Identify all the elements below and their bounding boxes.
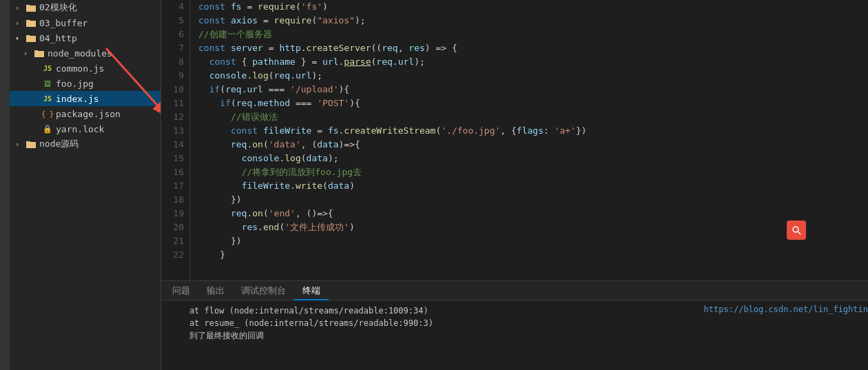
code-content: const fs = require('fs') const axios = r… xyxy=(190,0,861,280)
code-line-18: }) xyxy=(198,193,861,207)
sidebar-label-package-json: package.json xyxy=(56,109,121,119)
svg-line-3 xyxy=(798,232,800,234)
line-num-10: 10 xyxy=(161,83,184,96)
line-num-14: 14 xyxy=(161,138,184,152)
jpg-icon-foo: 🖼 xyxy=(41,79,54,88)
sidebar-label-04-http: 04_http xyxy=(39,33,77,43)
sidebar-label-03-buffer: 03_buffer xyxy=(39,18,87,28)
sidebar-label-02-modular: 02模块化 xyxy=(39,1,77,14)
code-line-7: const server = http.createServer((req, r… xyxy=(198,41,861,55)
json-icon-package: { } xyxy=(41,109,54,119)
panel-content: at flow (node:internal/streams/readable:… xyxy=(161,300,868,370)
sidebar: 02模块化 03_buffer 04_http node_modules JS … xyxy=(10,0,161,370)
js-icon-index: JS xyxy=(41,94,54,103)
sidebar-item-node-modules[interactable]: node_modules xyxy=(10,45,161,61)
panel-tabs: 问题 输出 调试控制台 终端 xyxy=(161,281,868,300)
line-num-20: 20 xyxy=(161,220,184,234)
bottom-panel: 问题 输出 调试控制台 终端 at flow (node:internal/st… xyxy=(161,280,868,370)
line-numbers: 4 5 6 7 8 9 10 11 12 13 14 15 16 17 18 1… xyxy=(161,0,190,280)
line-num-13: 13 xyxy=(161,124,184,138)
code-line-19: req.on('end', ()=>{ xyxy=(198,207,861,220)
folder-arrow-04 xyxy=(15,34,25,42)
sidebar-label-common-js: common.js xyxy=(56,63,104,74)
code-line-13: const fileWrite = fs.createWriteStream('… xyxy=(198,124,861,138)
tab-debug-console[interactable]: 调试控制台 xyxy=(233,281,294,300)
line-num-17: 17 xyxy=(161,179,184,193)
folder-arrow-node-source xyxy=(15,141,25,148)
code-line-14: req.on('data', (data)=>{ xyxy=(198,138,861,152)
line-num-11: 11 xyxy=(161,96,184,110)
terminal-line-3: 到了最终接收的回调 xyxy=(169,329,860,342)
code-line-12: //错误做法 xyxy=(198,110,861,124)
js-icon-common: JS xyxy=(41,63,54,73)
code-line-20: res.end('文件上传成功') xyxy=(198,220,861,234)
line-num-21: 21 xyxy=(161,234,184,248)
sidebar-label-yarn-lock: yarn.lock xyxy=(56,124,104,134)
code-line-5: const axios = require("axios"); xyxy=(198,14,861,28)
sidebar-item-node-source[interactable]: node源码 xyxy=(10,136,161,152)
activity-bar xyxy=(0,0,10,370)
code-line-4: const fs = require('fs') xyxy=(198,0,861,14)
svg-point-2 xyxy=(793,227,798,232)
sidebar-item-04-http[interactable]: 04_http xyxy=(10,30,161,45)
editor-area: 4 5 6 7 8 9 10 11 12 13 14 15 16 17 18 1… xyxy=(161,0,868,370)
sidebar-item-foo-jpg[interactable]: 🖼 foo.jpg xyxy=(10,76,161,91)
lock-icon-yarn: 🔒 xyxy=(41,124,54,134)
folder-icon-node-modules xyxy=(33,48,45,58)
sidebar-item-common-js[interactable]: JS common.js xyxy=(10,61,161,76)
line-num-18: 18 xyxy=(161,193,184,207)
code-line-22: } xyxy=(198,248,861,262)
code-line-9: console.log(req.url); xyxy=(198,69,861,83)
line-num-8: 8 xyxy=(161,55,184,69)
folder-arrow-02 xyxy=(15,4,25,12)
search-badge[interactable] xyxy=(787,220,806,240)
line-num-6: 6 xyxy=(161,28,184,41)
line-num-19: 19 xyxy=(161,207,184,220)
sidebar-item-03-buffer[interactable]: 03_buffer xyxy=(10,15,161,30)
code-line-8: const { pathname } = url.parse(req.url); xyxy=(198,55,861,69)
line-num-15: 15 xyxy=(161,152,184,165)
sidebar-label-foo-jpg: foo.jpg xyxy=(56,79,94,89)
folder-icon-03 xyxy=(25,18,37,28)
code-line-10: if(req.url === '/upload'){ xyxy=(198,83,861,96)
line-num-22: 22 xyxy=(161,248,184,262)
terminal-line-2: at resume_ (node:internal/streams/readab… xyxy=(169,317,860,329)
line-num-5: 5 xyxy=(161,14,184,28)
code-line-15: console.log(data); xyxy=(198,152,861,165)
code-editor: 4 5 6 7 8 9 10 11 12 13 14 15 16 17 18 1… xyxy=(161,0,868,280)
folder-icon-node-source xyxy=(25,139,37,149)
sidebar-label-node-source: node源码 xyxy=(39,138,79,150)
code-line-21: }) xyxy=(198,234,861,248)
code-line-17: fileWrite.write(data) xyxy=(198,179,861,193)
url-text: https://blog.csdn.net/lin_fightin xyxy=(704,305,868,314)
folder-arrow-node-modules xyxy=(23,50,33,57)
line-num-4: 4 xyxy=(161,0,184,14)
sidebar-item-package-json[interactable]: { } package.json xyxy=(10,106,161,121)
sidebar-item-index-js[interactable]: JS index.js xyxy=(10,91,161,106)
sidebar-label-index-js: index.js xyxy=(56,94,99,104)
line-num-12: 12 xyxy=(161,110,184,124)
line-num-7: 7 xyxy=(161,41,184,55)
sidebar-item-yarn-lock[interactable]: 🔒 yarn.lock xyxy=(10,121,161,136)
tab-output[interactable]: 输出 xyxy=(198,281,233,300)
folder-icon-02 xyxy=(25,3,37,12)
tab-terminal[interactable]: 终端 xyxy=(294,281,329,300)
code-line-6: //创建一个服务器 xyxy=(198,28,861,41)
code-line-11: if(req.method === 'POST'){ xyxy=(198,96,861,110)
code-line-16: //将拿到的流放到foo.jpg去 xyxy=(198,165,861,179)
sidebar-item-02-modular[interactable]: 02模块化 xyxy=(10,0,161,15)
line-num-9: 9 xyxy=(161,69,184,83)
folder-arrow-03 xyxy=(15,19,25,27)
folder-icon-04 xyxy=(25,33,37,43)
tab-problems[interactable]: 问题 xyxy=(164,281,198,300)
sidebar-label-node-modules: node_modules xyxy=(48,48,112,59)
line-num-16: 16 xyxy=(161,165,184,179)
scrollbar[interactable] xyxy=(861,0,868,280)
